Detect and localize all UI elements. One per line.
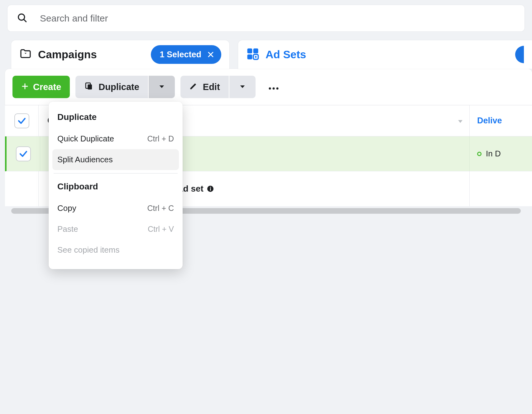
- selected-chip-label: 1 Selected: [160, 50, 201, 59]
- svg-point-18: [210, 187, 211, 188]
- search-bar[interactable]: [7, 5, 525, 31]
- menu-paste: Paste Ctrl + V: [52, 219, 179, 240]
- search-icon: [17, 12, 27, 24]
- row-delivery-label: In D: [486, 149, 501, 159]
- duplicate-button-label: Duplicate: [98, 82, 139, 92]
- select-all-cell[interactable]: [5, 105, 39, 136]
- info-icon[interactable]: [207, 185, 214, 193]
- close-icon[interactable]: [207, 51, 214, 58]
- svg-point-13: [269, 87, 271, 89]
- menu-quick-duplicate[interactable]: Quick Duplicate Ctrl + D: [52, 128, 179, 149]
- tab-campaigns-label: Campaigns: [38, 48, 97, 61]
- edit-button-label: Edit: [203, 82, 220, 92]
- tab-adsets-label: Ad Sets: [266, 48, 306, 61]
- pencil-icon: [189, 82, 203, 93]
- menu-quick-duplicate-label: Quick Duplicate: [57, 134, 114, 144]
- dropdown-section-duplicate: Duplicate: [52, 108, 179, 128]
- duplicate-button-group: Duplicate: [75, 76, 175, 98]
- menu-split-audiences[interactable]: Split Audiences: [52, 149, 179, 170]
- svg-rect-12: [88, 84, 92, 89]
- search-input[interactable]: [40, 13, 515, 24]
- svg-point-8: [255, 56, 257, 58]
- summary-delivery: [470, 171, 532, 206]
- adsets-icon: [246, 47, 259, 62]
- edit-dropdown-button[interactable]: [229, 76, 256, 98]
- edit-button[interactable]: Edit: [180, 76, 229, 98]
- duplicate-button[interactable]: Duplicate: [75, 76, 148, 98]
- selected-chip-peek: [515, 46, 524, 63]
- menu-quick-duplicate-shortcut: Ctrl + D: [147, 134, 174, 143]
- chevron-down-icon: [239, 82, 246, 92]
- svg-point-15: [276, 87, 278, 89]
- row-checkbox[interactable]: [16, 146, 31, 161]
- tabs-row: Campaigns 1 Selected Ad Sets: [11, 40, 532, 69]
- menu-copy-label: Copy: [57, 203, 76, 213]
- sort-icon[interactable]: [458, 116, 463, 126]
- svg-rect-17: [210, 188, 211, 191]
- toolbar: Create Duplicate E: [5, 69, 532, 105]
- select-all-checkbox[interactable]: [14, 113, 29, 128]
- edit-button-group: Edit: [180, 76, 256, 98]
- svg-rect-5: [253, 49, 258, 54]
- duplicate-dropdown-menu: Duplicate Quick Duplicate Ctrl + D Split…: [49, 102, 183, 269]
- status-dot-icon: [477, 152, 482, 156]
- menu-see-copied-label: See copied items: [57, 245, 119, 255]
- duplicate-icon: [84, 81, 98, 93]
- selected-chip[interactable]: 1 Selected: [151, 45, 221, 64]
- tab-campaigns[interactable]: Campaigns 1 Selected: [11, 40, 229, 69]
- svg-point-14: [272, 87, 275, 89]
- tab-adsets[interactable]: Ad Sets: [238, 40, 532, 69]
- dropdown-divider: [54, 173, 178, 174]
- row-select-cell[interactable]: [7, 136, 40, 171]
- svg-line-1: [24, 19, 26, 21]
- svg-rect-4: [247, 49, 252, 54]
- menu-see-copied: See copied items: [52, 240, 179, 260]
- more-button[interactable]: [261, 76, 286, 98]
- duplicate-dropdown-button[interactable]: [149, 76, 175, 98]
- more-icon: [268, 82, 279, 92]
- menu-paste-shortcut: Ctrl + V: [148, 225, 174, 234]
- chevron-down-icon: [158, 82, 165, 92]
- summary-pad: [5, 171, 39, 206]
- create-button[interactable]: Create: [12, 76, 70, 98]
- plus-icon: [21, 82, 33, 92]
- menu-copy-shortcut: Ctrl + C: [147, 204, 174, 213]
- dropdown-section-clipboard: Clipboard: [52, 178, 179, 198]
- menu-paste-label: Paste: [57, 224, 78, 234]
- folder-icon: [19, 48, 32, 61]
- menu-copy[interactable]: Copy Ctrl + C: [52, 198, 179, 219]
- create-button-label: Create: [33, 82, 61, 92]
- row-delivery-cell: In D: [470, 136, 532, 171]
- column-delivery[interactable]: Delive: [470, 105, 532, 136]
- column-delivery-label: Delive: [477, 116, 502, 126]
- svg-rect-6: [247, 55, 252, 59]
- menu-split-audiences-label: Split Audiences: [57, 155, 113, 164]
